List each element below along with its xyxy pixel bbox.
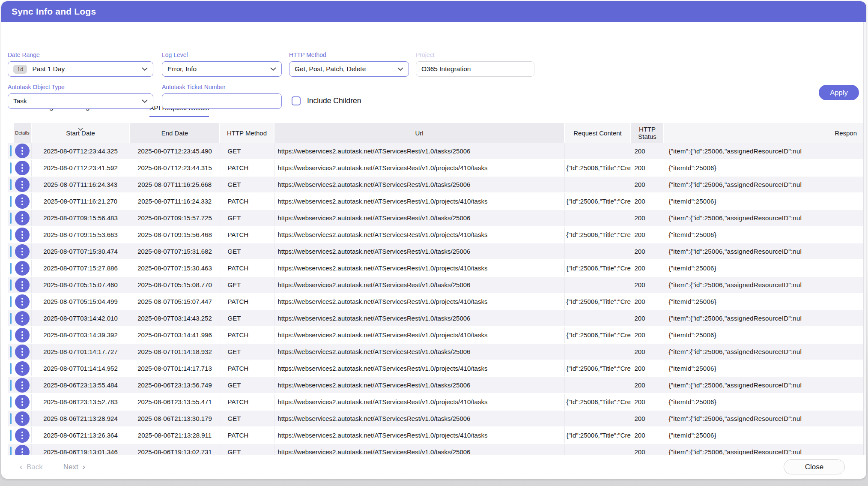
response-cell: {"item":{"id":25006,"assignedResourceID"… xyxy=(664,343,863,360)
http-status-cell: 200 xyxy=(631,343,664,360)
url-cell: https://webservices2.autotask.net/ATServ… xyxy=(274,327,564,343)
row-indicator-cell xyxy=(8,343,13,360)
http-status-cell: 200 xyxy=(631,327,664,343)
object-type-select[interactable]: Task xyxy=(8,93,153,109)
end-date-cell: 2025-08-07T09:15:56.468 xyxy=(130,226,220,243)
row-indicator xyxy=(10,396,12,408)
end-date-cell: 2025-08-07T05:15:08.770 xyxy=(130,276,220,293)
include-children-checkbox[interactable] xyxy=(292,96,301,105)
request-content-cell: {"Id":25006,"Title":"Creat... xyxy=(564,360,631,377)
end-date-cell: 2025-08-07T07:15:31.682 xyxy=(130,243,220,260)
row-details-cell xyxy=(13,176,31,193)
http-method-label: HTTP Method xyxy=(289,51,409,58)
sort-chevron-icon xyxy=(78,125,83,132)
http-status-cell: 200 xyxy=(631,410,664,427)
start-date-cell: 2025-08-07T07:15:27.886 xyxy=(31,260,130,276)
close-button[interactable]: Close xyxy=(784,459,845,474)
table-row: 2025-08-07T07:15:30.474 2025-08-07T07:15… xyxy=(8,243,863,260)
row-details-button[interactable] xyxy=(15,261,30,276)
row-details-button[interactable] xyxy=(15,445,30,456)
row-details-cell xyxy=(13,260,31,276)
table-row: 2025-08-07T09:15:53.663 2025-08-07T09:15… xyxy=(8,226,863,243)
response-cell: {"item":{"id":25006,"assignedResourceID"… xyxy=(664,210,863,226)
ticket-number-input[interactable] xyxy=(162,93,282,109)
apply-button[interactable]: Apply xyxy=(819,85,859,100)
http-status-cell: 200 xyxy=(631,210,664,226)
http-method-cell: GET xyxy=(220,210,274,226)
row-details-button[interactable] xyxy=(15,328,30,342)
end-date-cell: 2025-08-06T19:13:02.731 xyxy=(130,444,220,455)
row-details-cell xyxy=(13,276,31,293)
url-cell: https://webservices2.autotask.net/ATServ… xyxy=(274,226,564,243)
row-indicator-cell xyxy=(8,410,13,427)
response-cell: {"item":{"id":25006,"assignedResourceID"… xyxy=(664,444,863,455)
url-cell: https://webservices2.autotask.net/ATServ… xyxy=(274,193,564,210)
back-button[interactable]: ‹ Back xyxy=(15,462,43,471)
response-cell: {"itemId":25006} xyxy=(664,193,863,210)
row-details-cell xyxy=(13,343,31,360)
log-level-value: Error, Info xyxy=(167,65,267,73)
row-indicator-cell xyxy=(8,293,13,310)
table-header-row: Details Start Date End Date HTTP Method … xyxy=(8,123,863,143)
end-date-cell: 2025-08-07T11:16:24.332 xyxy=(130,193,220,210)
footer-bar: ‹ Back Next › Close xyxy=(1,455,866,479)
row-indicator xyxy=(10,196,12,207)
row-indicator-cell xyxy=(8,226,13,243)
row-indicator xyxy=(10,346,12,357)
response-column-header[interactable]: Respon xyxy=(664,123,863,143)
row-indicator-cell xyxy=(8,360,13,377)
response-cell: {"itemId":25006} xyxy=(664,327,863,343)
request-content-cell xyxy=(564,176,631,193)
start-date-cell: 2025-08-07T03:14:42.010 xyxy=(31,310,130,327)
end-date-column-header[interactable]: End Date xyxy=(130,123,220,143)
row-indicator-cell xyxy=(8,393,13,410)
row-indicator xyxy=(10,279,12,291)
project-input[interactable] xyxy=(416,61,534,77)
dialog-title: Sync Info and Logs xyxy=(12,6,96,17)
row-details-button[interactable] xyxy=(15,228,30,242)
row-details-button[interactable] xyxy=(15,211,30,225)
object-type-value: Task xyxy=(13,97,138,105)
row-details-button[interactable] xyxy=(15,428,30,443)
row-details-button[interactable] xyxy=(15,144,30,158)
row-indicator xyxy=(10,296,12,307)
log-level-field: Log Level Error, Info xyxy=(162,51,282,77)
http-status-cell: 200 xyxy=(631,444,664,455)
row-indicator-cell xyxy=(8,260,13,276)
request-content-cell xyxy=(564,243,631,260)
http-method-select[interactable]: Get, Post, Patch, Delete xyxy=(289,61,409,77)
row-details-button[interactable] xyxy=(15,345,30,359)
row-details-button[interactable] xyxy=(15,194,30,209)
row-details-button[interactable] xyxy=(15,161,30,175)
row-details-button[interactable] xyxy=(15,361,30,376)
date-range-select[interactable]: 1d Past 1 Day xyxy=(8,61,153,77)
row-indicator-cell xyxy=(8,193,13,210)
log-level-select[interactable]: Error, Info xyxy=(162,61,282,77)
row-details-button[interactable] xyxy=(15,411,30,426)
url-column-header[interactable]: Url xyxy=(274,123,564,143)
http-method-column-header[interactable]: HTTP Method xyxy=(220,123,274,143)
include-children-label: Include Children xyxy=(307,96,361,105)
start-date-column-header[interactable]: Start Date xyxy=(31,123,130,143)
vertical-scrollbar[interactable] xyxy=(863,22,866,455)
ticket-number-field: Autotask Ticket Number xyxy=(162,84,282,109)
table-row: 2025-08-07T11:16:24.343 2025-08-07T11:16… xyxy=(8,176,863,193)
row-details-button[interactable] xyxy=(15,395,30,409)
response-cell: {"item":{"id":25006,"assignedResourceID"… xyxy=(664,410,863,427)
start-date-cell: 2025-08-07T09:15:53.663 xyxy=(31,226,130,243)
http-status-cell: 200 xyxy=(631,159,664,176)
row-details-button[interactable] xyxy=(15,378,30,393)
row-details-button[interactable] xyxy=(15,294,30,309)
row-details-button[interactable] xyxy=(15,177,30,192)
row-details-button[interactable] xyxy=(15,278,30,292)
row-details-button[interactable] xyxy=(15,311,30,326)
row-details-cell xyxy=(13,159,31,176)
row-indicator xyxy=(10,213,12,224)
http-method-cell: GET xyxy=(220,377,274,393)
row-details-button[interactable] xyxy=(15,244,30,259)
next-button[interactable]: Next › xyxy=(63,462,89,471)
request-content-column-header[interactable]: Request Content xyxy=(564,123,631,143)
table-row: 2025-08-07T03:14:42.010 2025-08-07T03:14… xyxy=(8,310,863,327)
http-status-column-header[interactable]: HTTP Status xyxy=(631,123,664,143)
row-details-cell xyxy=(13,226,31,243)
